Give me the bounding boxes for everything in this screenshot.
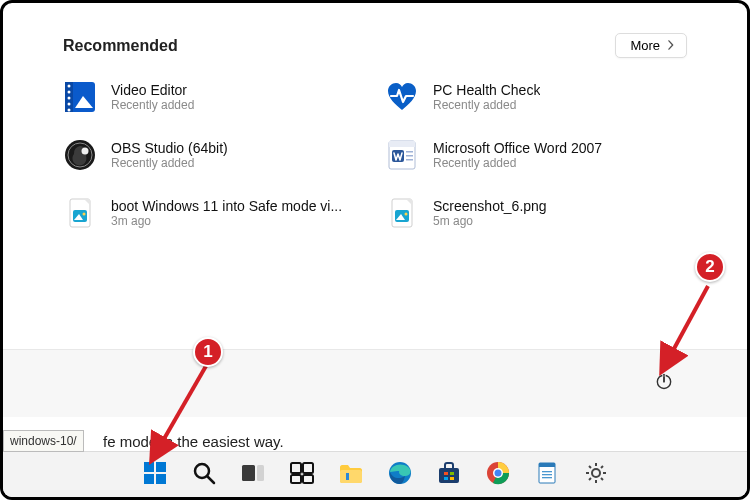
recommended-item[interactable]: boot Windows 11 into Safe mode vi... 3m … xyxy=(63,196,365,230)
svg-point-5 xyxy=(68,103,71,106)
recommended-item-sub: Recently added xyxy=(433,156,602,170)
taskbar-widgets-button[interactable] xyxy=(284,457,320,493)
svg-rect-46 xyxy=(444,477,448,480)
file-explorer-icon xyxy=(338,460,364,490)
video-editor-icon xyxy=(63,80,97,114)
svg-rect-16 xyxy=(406,159,413,161)
microsoft-store-icon xyxy=(436,460,462,490)
notepad-icon xyxy=(534,460,560,490)
recommended-item-sub: Recently added xyxy=(111,156,228,170)
recommended-item-sub: Recently added xyxy=(433,98,540,112)
annotation-arrow-2 xyxy=(653,281,723,381)
more-button[interactable]: More xyxy=(615,33,687,58)
svg-point-50 xyxy=(494,469,501,476)
recommended-item-sub: 3m ago xyxy=(111,214,342,228)
start-menu-recommended-section: Recommended More Video Editor Recently a… xyxy=(3,3,747,240)
svg-rect-14 xyxy=(406,151,413,153)
taskbar-chrome-button[interactable] xyxy=(480,457,516,493)
recommended-item[interactable]: Microsoft Office Word 2007 Recently adde… xyxy=(385,138,687,172)
image-file-icon xyxy=(63,196,97,230)
gear-icon xyxy=(583,460,609,490)
svg-line-60 xyxy=(663,286,708,369)
svg-rect-35 xyxy=(257,465,264,481)
taskbar-store-button[interactable] xyxy=(431,457,467,493)
svg-rect-39 xyxy=(303,475,313,483)
svg-point-10 xyxy=(82,148,89,155)
svg-rect-41 xyxy=(346,473,349,480)
taskbar-task-view-button[interactable] xyxy=(235,457,271,493)
recommended-item[interactable]: OBS Studio (64bit) Recently added xyxy=(63,138,365,172)
svg-rect-37 xyxy=(303,463,313,473)
svg-rect-53 xyxy=(542,471,552,472)
svg-rect-34 xyxy=(242,465,255,481)
taskbar xyxy=(3,451,747,497)
word-2007-icon xyxy=(385,138,419,172)
recommended-item-sub: Recently added xyxy=(111,98,194,112)
edge-icon xyxy=(387,460,413,490)
taskbar-edge-button[interactable] xyxy=(382,457,418,493)
recommended-item-name: boot Windows 11 into Safe mode vi... xyxy=(111,198,342,214)
recommended-item-name: Video Editor xyxy=(111,82,194,98)
annotation-marker-1: 1 xyxy=(193,337,223,367)
svg-point-3 xyxy=(68,91,71,94)
start-menu-footer xyxy=(3,349,747,417)
recommended-title: Recommended xyxy=(63,37,178,55)
svg-line-58 xyxy=(153,366,206,458)
annotation-arrow-1 xyxy=(138,358,218,468)
link-tooltip: windows-10/ xyxy=(3,430,84,452)
chrome-icon xyxy=(485,460,511,490)
taskbar-file-explorer-button[interactable] xyxy=(333,457,369,493)
recommended-item-name: Screenshot_6.png xyxy=(433,198,547,214)
recommended-item-name: Microsoft Office Word 2007 xyxy=(433,140,602,156)
recommended-item[interactable]: PC Health Check Recently added xyxy=(385,80,687,114)
svg-point-21 xyxy=(83,213,86,216)
svg-point-26 xyxy=(405,213,408,216)
recommended-grid: Video Editor Recently added PC Health Ch… xyxy=(63,80,687,230)
recommended-item-name: PC Health Check xyxy=(433,82,540,98)
svg-rect-54 xyxy=(542,474,552,475)
svg-rect-38 xyxy=(291,475,301,483)
pc-health-check-icon xyxy=(385,80,419,114)
svg-point-6 xyxy=(68,109,71,112)
svg-point-56 xyxy=(592,469,600,477)
taskbar-settings-button[interactable] xyxy=(578,457,614,493)
svg-rect-44 xyxy=(444,472,448,475)
svg-rect-15 xyxy=(406,155,413,157)
recommended-item-sub: 5m ago xyxy=(433,214,547,228)
svg-rect-31 xyxy=(144,474,154,484)
taskbar-notepad-button[interactable] xyxy=(529,457,565,493)
recommended-item-name: OBS Studio (64bit) xyxy=(111,140,228,156)
recommended-item[interactable]: Video Editor Recently added xyxy=(63,80,365,114)
svg-point-4 xyxy=(68,97,71,100)
image-file-icon xyxy=(385,196,419,230)
svg-point-2 xyxy=(68,85,71,88)
annotation-marker-2: 2 xyxy=(695,252,725,282)
svg-rect-55 xyxy=(542,477,552,478)
svg-rect-45 xyxy=(450,472,454,475)
svg-rect-40 xyxy=(340,470,362,483)
more-button-label: More xyxy=(630,38,660,53)
recommended-item[interactable]: Screenshot_6.png 5m ago xyxy=(385,196,687,230)
svg-rect-43 xyxy=(439,468,459,483)
svg-rect-32 xyxy=(156,474,166,484)
chevron-right-icon xyxy=(666,38,676,53)
svg-rect-47 xyxy=(450,477,454,480)
task-view-icon xyxy=(240,460,266,490)
svg-rect-36 xyxy=(291,463,301,473)
obs-studio-icon xyxy=(63,138,97,172)
svg-rect-52 xyxy=(539,463,555,467)
widgets-icon xyxy=(289,460,315,490)
svg-rect-12 xyxy=(389,141,415,147)
